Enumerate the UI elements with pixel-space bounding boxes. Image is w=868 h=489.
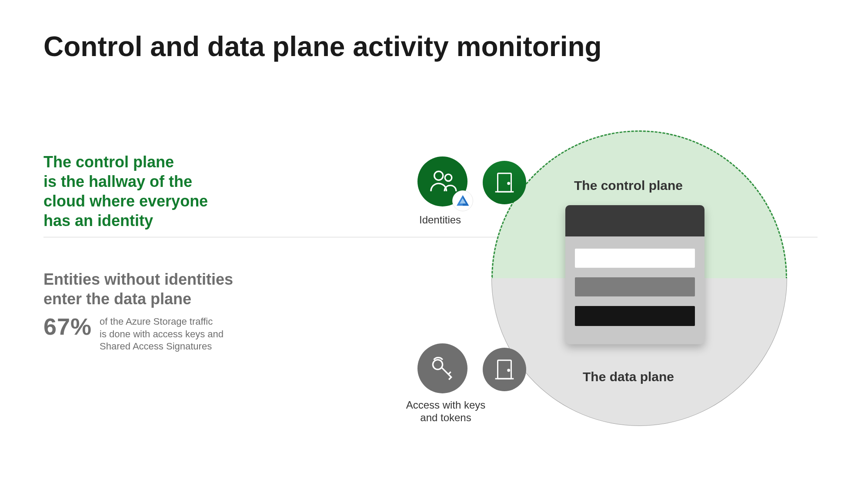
svg-point-0 <box>434 171 443 180</box>
window-row-dark <box>575 306 695 326</box>
data-plane-subtitle: Entities without identitiesenter the dat… <box>43 269 233 309</box>
identities-label: Identities <box>419 214 461 226</box>
keys-icon <box>417 343 467 393</box>
access-keys-label: Access with keysand tokens <box>404 399 487 424</box>
svg-point-11 <box>508 369 510 371</box>
stat-row: 67% of the Azure Storage trafficis done … <box>43 313 224 353</box>
window-row-white <box>575 249 695 268</box>
stat-percentage: 67% <box>43 313 92 340</box>
control-plane-label: The control plane <box>574 178 683 193</box>
door-icon <box>483 161 526 204</box>
plane-diagram: The control plane The data plane <box>391 113 844 443</box>
window-row-gray <box>575 277 695 296</box>
svg-point-7 <box>508 183 510 184</box>
slide-title: Control and data plane activity monitori… <box>43 30 602 63</box>
stat-description: of the Azure Storage trafficis done with… <box>100 313 224 353</box>
data-plane-label: The data plane <box>583 369 674 384</box>
app-window-icon <box>565 205 704 344</box>
svg-point-1 <box>445 174 452 181</box>
app-window-header <box>565 205 704 236</box>
azure-ad-icon <box>452 190 473 211</box>
app-window-body <box>565 236 704 338</box>
control-plane-description: The control planeis the hallway of thecl… <box>43 152 208 230</box>
door-icon <box>483 348 526 391</box>
